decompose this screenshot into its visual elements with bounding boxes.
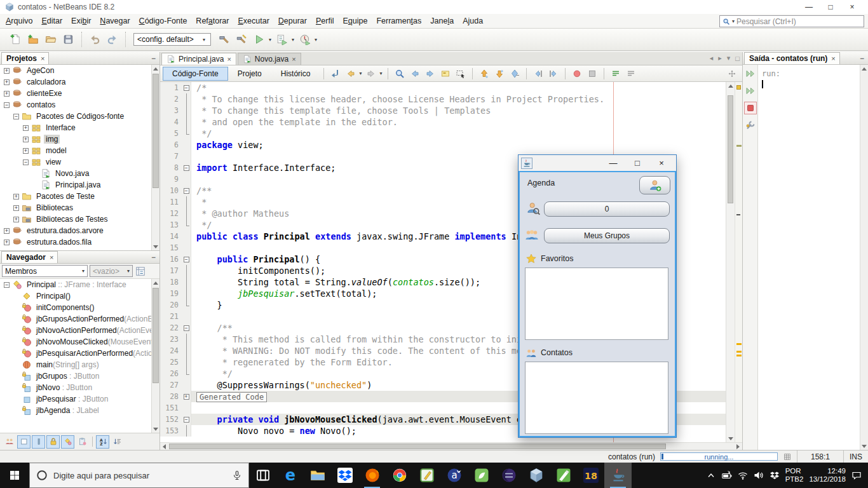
favorites-list[interactable] <box>525 268 668 340</box>
forward-button[interactable] <box>363 67 379 81</box>
action-center-icon[interactable] <box>851 470 862 480</box>
expand-toggle-icon[interactable]: − <box>13 114 19 119</box>
code-line-4[interactable]: 4 * and open the template in the editor. <box>160 116 742 128</box>
generated-code-fold[interactable]: Generated Code <box>196 392 267 402</box>
expand-toggle-icon[interactable]: + <box>23 148 29 154</box>
editor-horizontal-scrollbar[interactable] <box>160 442 742 450</box>
expand-toggle-icon[interactable]: + <box>13 194 19 200</box>
toggle-bookmark-button[interactable] <box>507 67 522 81</box>
project-tree-item-estrutura-dados-fila[interactable]: +estrutura.dados.fila <box>0 236 151 248</box>
collapse-fold-icon[interactable]: − <box>184 417 189 423</box>
volume-icon[interactable] <box>754 470 764 480</box>
close-button[interactable]: × <box>649 158 674 168</box>
sort-by-source-button[interactable] <box>111 435 124 449</box>
navigator-tree-item-jbgruposactionperformed[interactable]: jbGruposActionPerformed(ActionEv <box>0 313 151 325</box>
project-tree-item-contatos[interactable]: −contatos <box>0 99 151 111</box>
navigator-tree-item-main[interactable]: main(String[] args) <box>0 359 151 370</box>
view-projeto[interactable]: Projeto <box>228 67 271 81</box>
quick-search-input[interactable]: ▾ Pesquisar (Ctrl+I) <box>719 15 864 27</box>
expand-toggle-icon[interactable]: + <box>4 228 10 234</box>
navigator-tree-item-jbpesquisar[interactable]: jbPesquisar : JButton <box>0 393 151 405</box>
taskbar-paint-app[interactable] <box>550 463 577 488</box>
scroll-tabs-left-icon[interactable]: ◂ <box>710 54 714 62</box>
empty-filter-select[interactable]: <vazio> ▾ <box>90 265 133 277</box>
back-button[interactable] <box>343 67 358 81</box>
view-c-digo-fonte[interactable]: Código-Fonte <box>163 67 228 81</box>
code-line-6[interactable]: 6package view; <box>160 139 742 151</box>
contact-count-button[interactable]: 0 <box>544 201 670 217</box>
view-hist-rico[interactable]: Histórico <box>271 67 320 81</box>
show-static-button[interactable] <box>32 435 45 449</box>
find-selection-button[interactable] <box>392 67 407 81</box>
show-fields-button[interactable] <box>17 435 31 449</box>
navigator-tree-item-jbnovo[interactable]: jbNovo : JButton <box>0 382 151 393</box>
add-contact-button[interactable] <box>639 176 670 194</box>
stripe-mark[interactable] <box>736 355 742 356</box>
new-file-button[interactable] <box>6 30 24 48</box>
battery-icon[interactable] <box>722 470 732 480</box>
expand-toggle-icon[interactable]: + <box>4 79 10 85</box>
taskbar-task-view[interactable] <box>249 463 276 488</box>
shift-line-left-button[interactable] <box>531 67 546 81</box>
project-tree-item-bibliotecas[interactable]: +Bibliotecas <box>0 202 151 214</box>
stripe-mark[interactable] <box>736 145 742 147</box>
maximize-button[interactable]: □ <box>625 158 649 168</box>
collapse-fold-icon[interactable]: − <box>184 325 189 331</box>
maximize-window-icon[interactable]: □ <box>735 55 740 62</box>
navigator-tree-item-jbpesquisaractionperformed[interactable]: jbPesquisarActionPerformed(Action <box>0 348 151 359</box>
show-inherited-button[interactable] <box>3 435 16 449</box>
menu-c-digo-fonte[interactable]: Código-Fonte <box>135 15 192 27</box>
previous-occurrence-button[interactable] <box>407 67 423 81</box>
sort-alphabetically-button[interactable]: AZ <box>96 435 109 449</box>
clock[interactable]: 12:49 13/12/2018 <box>809 467 846 484</box>
inherited-view-button[interactable] <box>135 266 146 277</box>
save-all-button[interactable] <box>60 30 78 48</box>
stop-macro-recording-button[interactable] <box>585 67 600 81</box>
code-line-3[interactable]: 3 * To change this template file, choose… <box>160 105 742 116</box>
taskbar-search-input[interactable]: Digite aqui para pesquisar <box>29 463 249 488</box>
progress-bar[interactable]: running... <box>660 452 778 461</box>
undo-button[interactable] <box>86 30 104 48</box>
contacts-list[interactable] <box>525 362 668 434</box>
collapse-fold-icon[interactable]: − <box>184 85 189 91</box>
navigator-tree-item-jbnovoactionperformed[interactable]: jbNovoActionPerformed(ActionEve <box>0 325 151 336</box>
editor-vertical-scrollbar[interactable] <box>726 82 735 442</box>
comment-button[interactable] <box>608 67 623 81</box>
collapse-fold-icon[interactable]: − <box>184 188 189 194</box>
ant-settings-button[interactable] <box>744 119 757 132</box>
menu-editar[interactable]: Editar <box>37 15 67 27</box>
minimize-button[interactable]: — <box>798 3 820 11</box>
restore-button[interactable]: □ <box>820 3 841 11</box>
members-filter-select[interactable]: Membros ▾ <box>2 265 88 277</box>
show-non-public-button[interactable] <box>46 435 60 449</box>
project-tree-item-estrutura-dados-arvore[interactable]: +estrutura.dados.arvore <box>0 225 151 236</box>
taskbar-astah[interactable]: a <box>440 463 468 488</box>
code-line-2[interactable]: 2 * To change this license header, choos… <box>160 93 742 105</box>
menu-arquivo[interactable]: Arquivo <box>1 15 37 27</box>
expand-toggle-icon[interactable]: + <box>4 91 10 97</box>
project-tree-item-calculadora[interactable]: +calculadora <box>0 76 151 88</box>
filter-paste-button[interactable] <box>76 435 89 449</box>
menu-depurar[interactable]: Depurar <box>274 15 311 27</box>
redo-button[interactable] <box>104 30 121 48</box>
minimize-button[interactable]: — <box>601 158 625 168</box>
chevron-down-icon[interactable]: ▾ <box>359 71 362 76</box>
menu-exibir[interactable]: Exibir <box>67 15 95 27</box>
menu-navegar[interactable]: Navegar <box>95 15 134 27</box>
minimize-panel-icon[interactable]: − <box>151 54 156 63</box>
editor-tab-novo-java[interactable]: Novo.java× <box>238 53 301 65</box>
build-project-button[interactable] <box>215 30 233 48</box>
collapse-fold-icon[interactable]: − <box>184 257 189 262</box>
expand-toggle-icon[interactable]: − <box>23 159 29 165</box>
expand-toggle-icon[interactable]: − <box>4 282 10 288</box>
start-macro-recording-button[interactable] <box>569 67 585 81</box>
microphone-icon[interactable] <box>232 470 242 480</box>
expand-toggle-icon[interactable]: + <box>4 68 10 74</box>
language-indicator[interactable]: POR PTB2 <box>785 467 804 484</box>
stop-build-button[interactable] <box>744 102 757 114</box>
error-stripe[interactable] <box>735 82 742 442</box>
rerun-with-options-button[interactable] <box>744 85 757 97</box>
taskbar-firefox[interactable] <box>358 463 386 488</box>
menu-janela[interactable]: Janela <box>426 15 458 27</box>
taskbar-edge[interactable]: e <box>276 463 304 488</box>
